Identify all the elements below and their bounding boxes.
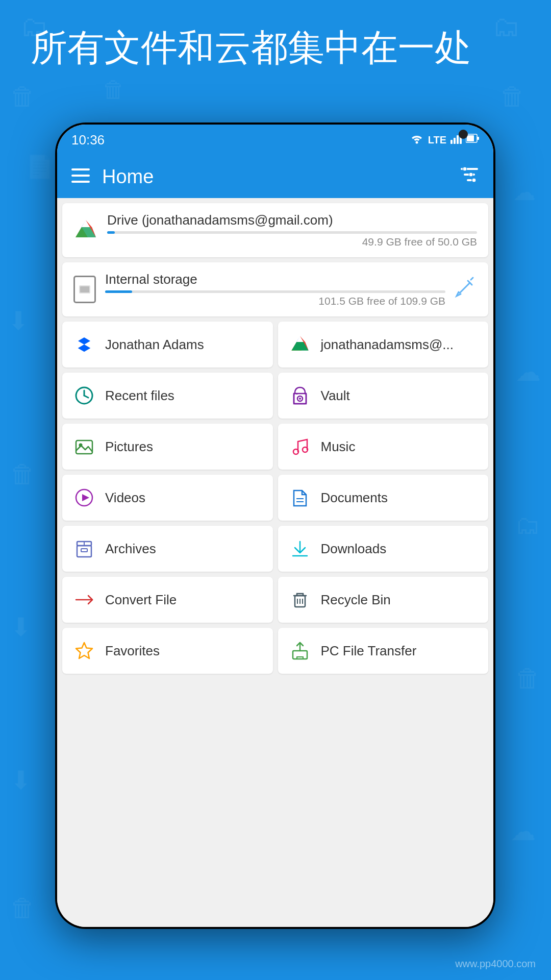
clock-icon (72, 384, 96, 407)
svg-rect-46 (81, 549, 87, 552)
gdrive-account-label: jonathanadamsms@... (321, 337, 454, 353)
drive-bar-fill (107, 231, 115, 234)
archives-item[interactable]: Archives (62, 526, 273, 572)
convert-icon (72, 588, 96, 611)
star-icon (72, 639, 96, 663)
phone-frame: 10:36 LTE (55, 122, 495, 929)
documents-item[interactable]: Documents (278, 475, 489, 521)
page-headline: 所有文件和云都集中在一处 (31, 26, 520, 69)
internal-bar (105, 290, 445, 293)
clean-button[interactable] (455, 276, 477, 303)
videos-item[interactable]: Videos (62, 475, 273, 521)
svg-rect-2 (454, 138, 456, 144)
lte-icon: LTE (428, 134, 446, 146)
svg-rect-13 (467, 179, 472, 181)
convert-file-item[interactable]: Convert File (62, 577, 273, 623)
status-icons: LTE (410, 133, 479, 147)
svg-rect-9 (71, 175, 90, 177)
recent-files-item[interactable]: Recent files (62, 373, 273, 419)
svg-rect-1 (450, 140, 453, 144)
archives-icon (72, 537, 96, 560)
filter-button[interactable] (460, 165, 479, 188)
pictures-item[interactable]: Pictures (62, 424, 273, 470)
drive-bar (107, 231, 477, 234)
pc-transfer-label: PC File Transfer (321, 643, 417, 659)
recycle-bin-label: Recycle Bin (321, 592, 391, 608)
pc-transfer-item[interactable]: PC File Transfer (278, 628, 489, 674)
svg-rect-55 (293, 651, 307, 659)
svg-rect-24 (80, 286, 89, 292)
svg-rect-36 (76, 440, 92, 454)
watermark: www.pp4000.com (455, 958, 536, 970)
gdrive-icon (288, 333, 312, 356)
downloads-label: Downloads (321, 541, 387, 557)
svg-rect-3 (457, 135, 459, 144)
trash-icon (288, 588, 312, 611)
app-bar-title: Home (102, 166, 447, 188)
internal-storage-info: Internal storage 101.5 GB free of 109.9 … (105, 272, 445, 307)
favorites-item[interactable]: Favorites (62, 628, 273, 674)
menu-button[interactable] (71, 167, 90, 186)
drive-logo (73, 218, 98, 242)
drive-card[interactable]: Drive (jonathanadamsms@gmail.com) 49.9 G… (62, 203, 488, 257)
internal-bar-fill (105, 290, 132, 293)
archives-label: Archives (105, 541, 156, 557)
internal-storage-name: Internal storage (105, 272, 445, 287)
phone-storage-icon (73, 276, 96, 303)
recycle-bin-item[interactable]: Recycle Bin (278, 577, 489, 623)
svg-point-33 (299, 398, 301, 400)
recent-files-label: Recent files (105, 388, 174, 404)
videos-icon (72, 486, 96, 509)
documents-label: Documents (321, 490, 388, 506)
svg-point-0 (415, 141, 418, 144)
transfer-icon (288, 639, 312, 663)
internal-storage-card[interactable]: Internal storage 101.5 GB free of 109.9 … (62, 262, 488, 316)
app-bar: Home (57, 155, 493, 198)
pictures-icon (72, 435, 96, 458)
vault-icon (288, 384, 312, 407)
status-bar: 10:36 LTE (57, 125, 493, 155)
vault-item[interactable]: Vault (278, 373, 489, 419)
convert-file-label: Convert File (105, 592, 177, 608)
drive-name: Drive (jonathanadamsms@gmail.com) (107, 212, 477, 228)
documents-icon (288, 486, 312, 509)
svg-point-15 (469, 173, 473, 177)
internal-storage-free: 101.5 GB free of 109.9 GB (105, 295, 445, 307)
favorites-label: Favorites (105, 643, 160, 659)
svg-point-16 (472, 178, 476, 182)
status-time: 10:36 (71, 132, 105, 148)
svg-marker-41 (82, 494, 89, 501)
videos-label: Videos (105, 490, 145, 506)
downloads-icon (288, 537, 312, 560)
dropbox-icon (72, 333, 96, 356)
drive-free: 49.9 GB free of 50.0 GB (107, 236, 477, 248)
svg-marker-26 (291, 342, 308, 351)
svg-point-14 (463, 167, 467, 171)
downloads-item[interactable]: Downloads (278, 526, 489, 572)
vault-label: Vault (321, 388, 350, 404)
music-label: Music (321, 439, 356, 455)
svg-marker-54 (76, 643, 92, 658)
wifi-icon (410, 133, 424, 147)
pictures-label: Pictures (105, 439, 153, 455)
camera-dot (459, 130, 468, 139)
google-drive-item[interactable]: jonathanadamsms@... (278, 322, 489, 368)
svg-rect-6 (467, 135, 474, 141)
svg-rect-7 (477, 137, 479, 140)
music-icon (288, 435, 312, 458)
jonathan-adams-label: Jonathan Adams (105, 337, 204, 353)
svg-rect-10 (71, 181, 90, 183)
music-item[interactable]: Music (278, 424, 489, 470)
svg-line-31 (84, 396, 88, 398)
phone-screen: 10:36 LTE (57, 125, 493, 927)
jonathan-adams-item[interactable]: Jonathan Adams (62, 322, 273, 368)
drive-info: Drive (jonathanadamsms@gmail.com) 49.9 G… (107, 212, 477, 248)
svg-rect-8 (71, 168, 90, 170)
svg-rect-56 (297, 657, 303, 659)
grid-items: Jonathan Adams jonathanadamsms@... (62, 322, 488, 674)
content-area: Drive (jonathanadamsms@gmail.com) 49.9 G… (57, 198, 493, 927)
